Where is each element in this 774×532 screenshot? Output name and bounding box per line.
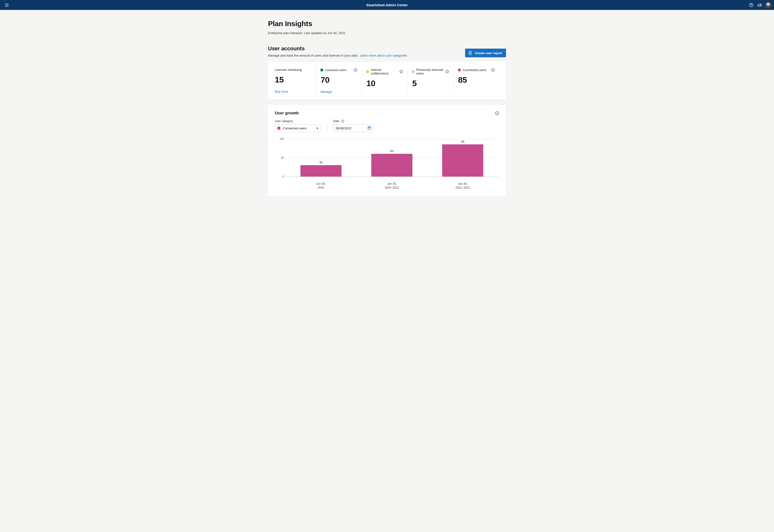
learn-more-link[interactable]: Learn more about user categories: [360, 54, 407, 57]
user-accounts-desc: Manage and track the amount of users and…: [268, 54, 407, 57]
user-growth-chart: 050100306085 Jun 30, 2020Jun 30, 2020–20…: [275, 139, 499, 190]
menu-button[interactable]: [3, 1, 11, 9]
chart-y-tick: 50: [277, 156, 284, 159]
swatch-icon: [458, 69, 461, 71]
stat-value: 85: [458, 75, 495, 85]
category-label: User category: [275, 119, 293, 123]
main-content: Plan Insights Enterprise plan Advance. L…: [268, 10, 506, 211]
stat-value: 15: [275, 75, 312, 84]
swatch-icon: [366, 70, 369, 73]
chevron-down-icon: ▼: [316, 127, 319, 130]
chart-y-tick: 100: [277, 137, 284, 140]
announcements-button[interactable]: [757, 3, 762, 7]
chart-bar-label: 30: [319, 161, 322, 164]
hamburger-icon: [4, 3, 9, 7]
chart-column: 85: [427, 139, 498, 177]
info-icon[interactable]: [491, 68, 495, 72]
stat-value: 5: [412, 79, 449, 88]
stat-label: Connected users: [463, 68, 486, 72]
user-accounts-desc-text: Manage and track the amount of users and…: [268, 54, 358, 57]
stat-licensed-users: Licensed users 70 Manage: [316, 68, 362, 94]
chart-y-tick: 0: [277, 175, 284, 178]
divider: [327, 125, 327, 132]
chart-x-tick: Jun 30, 2021–2022: [427, 182, 498, 190]
help-button[interactable]: [749, 3, 754, 7]
category-selected: Connected users: [283, 126, 314, 130]
swatch-icon: [277, 127, 280, 130]
user-accounts-card: Licenses remaining 15 Buy more Licensed …: [268, 62, 506, 100]
chart-plot: 306085: [285, 139, 498, 177]
user-growth-title: User growth: [275, 111, 299, 116]
info-icon[interactable]: [399, 70, 403, 74]
page-subtitle: Enterprise plan Advance. Last updated on…: [268, 31, 506, 35]
create-user-report-label: Create user report: [475, 51, 502, 55]
header-actions: [749, 2, 771, 8]
chart-bar: 85: [442, 144, 483, 177]
chart-bar-label: 85: [461, 140, 464, 143]
page-title: Plan Insights: [268, 20, 506, 28]
stat-connected-users: Connected users 85: [454, 68, 499, 94]
chart-column: 60: [356, 139, 427, 177]
growth-controls: User category Connected users ▼ Date: [275, 119, 499, 132]
info-icon[interactable]: [495, 111, 499, 115]
svg-point-4: [751, 6, 752, 6]
stat-label: Licenses remaining: [275, 68, 302, 72]
user-accounts-title: User accounts: [268, 45, 407, 52]
chart-bar: 30: [300, 165, 342, 177]
app-title: Smartsheet Admin Center: [0, 3, 774, 7]
report-icon: [468, 51, 472, 55]
svg-point-26: [343, 120, 343, 121]
stat-previously-licensed: Previously licensed users 5: [408, 68, 453, 94]
stat-label: Licensed users: [325, 68, 346, 72]
stat-licenses-remaining: Licenses remaining 15 Buy more: [275, 68, 316, 94]
info-icon[interactable]: [354, 68, 357, 72]
stat-value: 70: [320, 75, 357, 85]
stat-label: Internal collaborators: [371, 68, 397, 75]
stat-value: 10: [366, 79, 403, 88]
info-icon[interactable]: [445, 70, 449, 74]
chart-x-tick: Jun 30, 2020–2021: [356, 182, 427, 190]
chart-bar: 60: [371, 154, 412, 177]
svg-rect-31: [368, 128, 369, 128]
info-icon[interactable]: [341, 119, 344, 123]
date-label: Date: [333, 119, 339, 123]
chart-x-tick: Jun 30, 2020: [285, 182, 356, 190]
category-select[interactable]: Connected users ▼: [275, 124, 321, 132]
svg-point-14: [401, 71, 402, 71]
buy-more-link[interactable]: Buy more: [275, 90, 288, 93]
date-value: 06/30/2022: [336, 126, 351, 130]
stat-label: Previously licensed users: [416, 68, 443, 75]
chart-bar-label: 60: [390, 149, 393, 153]
svg-rect-27: [368, 126, 371, 129]
user-growth-card: User growth User category Connected user…: [268, 105, 506, 196]
svg-point-17: [447, 71, 447, 71]
megaphone-icon: [757, 3, 762, 7]
stat-internal-collaborators: Internal collaborators 10: [362, 68, 408, 94]
avatar[interactable]: [765, 2, 771, 8]
create-user-report-button[interactable]: Create user report: [465, 49, 506, 57]
app-header: Smartsheet Admin Center: [0, 0, 774, 10]
manage-link[interactable]: Manage: [320, 90, 332, 94]
date-input[interactable]: 06/30/2022: [333, 124, 374, 132]
user-accounts-header: User accounts Manage and track the amoun…: [268, 45, 506, 57]
help-icon: [749, 3, 754, 7]
chart-column: 30: [285, 139, 356, 177]
swatch-icon: [412, 70, 414, 73]
calendar-icon: [367, 126, 372, 131]
swatch-icon: [320, 69, 323, 71]
